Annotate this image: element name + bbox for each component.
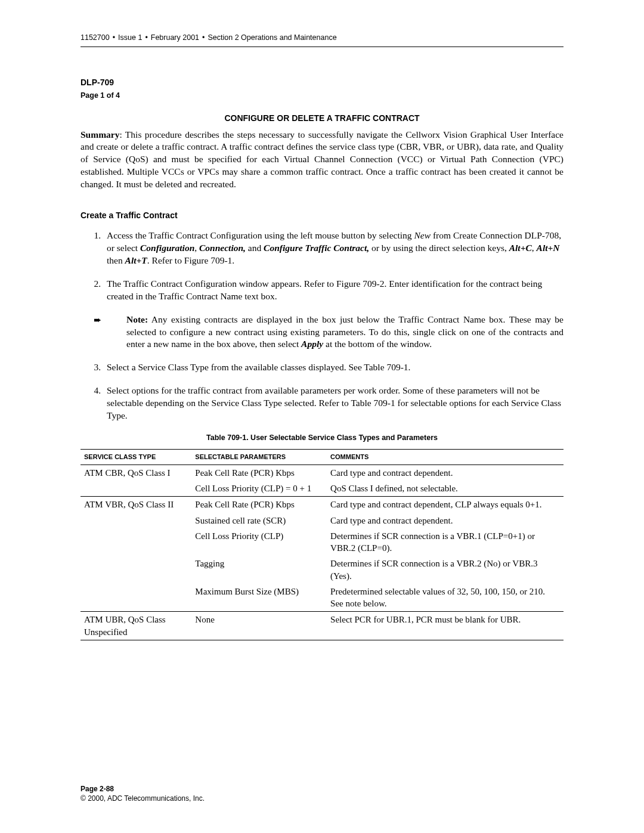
table-cell [80, 513, 191, 528]
table-row: TaggingDetermines if SCR connection is a… [80, 556, 564, 584]
summary-paragraph: Summary: This procedure describes the st… [80, 129, 564, 191]
header-issue: Issue 1 [110, 33, 143, 42]
footer-page: Page 2-88 [80, 784, 205, 794]
step-body: Select a Service Class Type from the ava… [107, 361, 564, 374]
table-cell: Maximum Burst Size (MBS) [191, 584, 327, 612]
page-footer: Page 2-88 © 2000, ADC Telecommunications… [80, 784, 205, 803]
step-number: 2. [80, 278, 107, 303]
note-label: Note: [126, 314, 148, 324]
table-cell: Tagging [191, 556, 327, 584]
page-title: CONFIGURE OR DELETE A TRAFFIC CONTRACT [80, 113, 564, 124]
table-link[interactable]: Table 709-1 [364, 362, 408, 372]
note-body: Note: Any existing contracts are display… [126, 314, 564, 351]
procedure-list: 1. Access the Traffic Contract Configura… [80, 230, 564, 422]
header-date: February 2001 [142, 33, 199, 42]
document-page: 1152700Issue 1February 2001Section 2 Ope… [0, 0, 644, 833]
table-cell [80, 584, 191, 612]
page-indicator: Page 1 of 4 [80, 91, 564, 101]
service-class-table: SERVICE CLASS TYPE SELECTABLE PARAMETERS… [80, 449, 564, 640]
table-row: Maximum Burst Size (MBS)Predetermined se… [80, 584, 564, 612]
table-cell: ATM CBR, QoS Class I [80, 465, 191, 481]
table-row: Cell Loss Priority (CLP)Determines if SC… [80, 528, 564, 556]
table-cell: Peak Cell Rate (PCR) Kbps [191, 465, 327, 481]
th-parameters: SELECTABLE PARAMETERS [191, 449, 327, 465]
section-heading: Create a Traffic Contract [80, 210, 564, 221]
header-section: Section 2 Operations and Maintenance [199, 33, 337, 42]
footer-copyright: © 2000, ADC Telecommunications, Inc. [80, 794, 205, 803]
table-cell: Determines if SCR connection is a VBR.1 … [327, 528, 564, 556]
step-number: 4. [80, 385, 107, 422]
table-cell: ATM VBR, QoS Class II [80, 497, 191, 513]
note-block: ➨ Note: Any existing contracts are displ… [80, 314, 564, 351]
step-1: 1. Access the Traffic Contract Configura… [80, 230, 564, 267]
table-row: ATM CBR, QoS Class IPeak Cell Rate (PCR)… [80, 465, 564, 481]
figure-link[interactable]: Figure 709-2 [336, 278, 385, 289]
table-cell: ATM UBR, QoS Class Unspecified [80, 612, 191, 640]
summary-text: : This procedure describes the steps nec… [80, 129, 564, 190]
step-body: The Traffic Contract Configuration windo… [107, 278, 564, 303]
table-link[interactable]: Table 709-1 [351, 398, 395, 408]
table-row: Cell Loss Priority (CLP) = 0 + 1QoS Clas… [80, 481, 564, 497]
table-cell: Select PCR for UBR.1, PCR must be blank … [327, 612, 564, 640]
step-4: 4. Select options for the traffic contra… [80, 385, 564, 422]
table-cell: QoS Class I defined, not selectable. [327, 481, 564, 497]
step-3: 3. Select a Service Class Type from the … [80, 361, 564, 374]
running-header: 1152700Issue 1February 2001Section 2 Ope… [80, 33, 564, 47]
step-body: Access the Traffic Contract Configuratio… [107, 230, 564, 267]
table-cell: Determines if SCR connection is a VBR.2 … [327, 556, 564, 584]
table-row: ATM UBR, QoS Class UnspecifiedNoneSelect… [80, 612, 564, 640]
table-cell [80, 528, 191, 556]
table-row: ATM VBR, QoS Class IIPeak Cell Rate (PCR… [80, 497, 564, 513]
table-cell [80, 556, 191, 584]
step-2: 2. The Traffic Contract Configuration wi… [80, 278, 564, 303]
doc-id: DLP-709 [80, 77, 564, 88]
table-caption: Table 709-1. User Selectable Service Cla… [80, 433, 564, 443]
step-number: 3. [80, 361, 107, 374]
table-cell: Cell Loss Priority (CLP) [191, 528, 327, 556]
table-row: Sustained cell rate (SCR)Card type and c… [80, 513, 564, 528]
table-cell: Cell Loss Priority (CLP) = 0 + 1 [191, 481, 327, 497]
table-header-row: SERVICE CLASS TYPE SELECTABLE PARAMETERS… [80, 449, 564, 465]
header-docnum: 1152700 [80, 33, 110, 42]
note-arrow-icon: ➨ [80, 314, 126, 351]
step-body: Select options for the traffic contract … [107, 385, 564, 422]
table-cell [80, 481, 191, 497]
table-cell: Card type and contract dependent, CLP al… [327, 497, 564, 513]
table-cell: Predetermined selectable values of 32, 5… [327, 584, 564, 612]
table-cell: Sustained cell rate (SCR) [191, 513, 327, 528]
table-cell: Peak Cell Rate (PCR) Kbps [191, 497, 327, 513]
th-service-class: SERVICE CLASS TYPE [80, 449, 191, 465]
th-comments: COMMENTS [327, 449, 564, 465]
table-cell: Card type and contract dependent. [327, 513, 564, 528]
step-number: 1. [80, 230, 107, 267]
table-cell: Card type and contract dependent. [327, 465, 564, 481]
summary-label: Summary [80, 129, 119, 140]
table-cell: None [191, 612, 327, 640]
